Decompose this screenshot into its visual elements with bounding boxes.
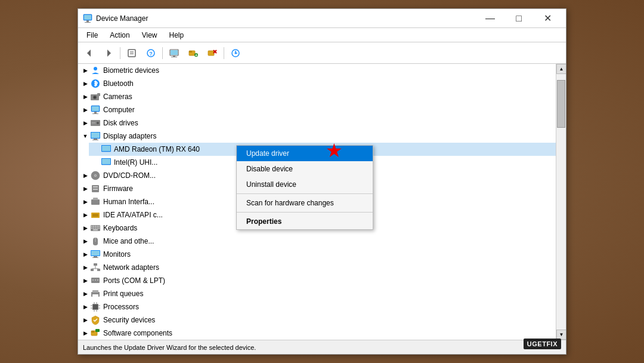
svg-rect-60 xyxy=(98,226,100,227)
svg-rect-65 xyxy=(98,227,100,229)
expand-print[interactable]: ▶ xyxy=(80,289,90,299)
icon-print xyxy=(90,288,101,299)
svg-rect-50 xyxy=(93,189,98,190)
scrollbar[interactable]: ▲ ▼ xyxy=(556,64,566,340)
expand-computer[interactable]: ▶ xyxy=(80,105,90,115)
tree-item-network[interactable]: ▶ Network adapters xyxy=(78,261,556,274)
label-cameras: Cameras xyxy=(103,93,132,101)
svg-rect-44 xyxy=(102,159,110,164)
expand-disk[interactable]: ▶ xyxy=(80,118,90,128)
scroll-thumb[interactable] xyxy=(557,80,565,128)
expand-processors[interactable]: ▶ xyxy=(80,302,90,312)
ctx-disable-device[interactable]: Disable device xyxy=(237,161,373,177)
svg-rect-12 xyxy=(171,50,178,55)
tree-item-mice[interactable]: ▶ Mice and othe... xyxy=(78,235,556,248)
svg-rect-33 xyxy=(92,113,98,114)
ctx-properties[interactable]: Properties xyxy=(237,214,373,229)
maximize-button[interactable]: □ xyxy=(505,9,532,28)
add-driver-button[interactable]: + xyxy=(184,45,202,61)
icon-network xyxy=(90,262,101,273)
toolbar-separator-1 xyxy=(120,47,120,59)
expand-swcomponents[interactable]: ▶ xyxy=(80,328,90,338)
tree-item-processors[interactable]: ▶ Processors xyxy=(78,300,556,313)
icon-bluetooth xyxy=(90,78,101,89)
svg-rect-71 xyxy=(92,257,98,258)
tree-item-bluetooth[interactable]: ▶ Bluetooth xyxy=(78,77,556,90)
svg-text:?: ? xyxy=(149,51,153,57)
tree-item-computer[interactable]: ▶ Computer xyxy=(78,103,556,116)
svg-point-35 xyxy=(97,122,99,124)
help-toolbar-button[interactable]: ? xyxy=(142,45,160,61)
menu-view[interactable]: View xyxy=(136,30,163,41)
svg-rect-54 xyxy=(92,214,98,217)
expand-amd[interactable] xyxy=(91,144,101,154)
tree-item-print[interactable]: ▶ Print queues xyxy=(78,287,556,300)
tree-item-display[interactable]: ▼ Display adapters xyxy=(78,130,556,143)
svg-rect-56 xyxy=(91,226,92,227)
scan-hardware-button[interactable] xyxy=(227,45,244,61)
properties-toolbar-button[interactable] xyxy=(123,45,141,61)
status-bar: Launches the Update Driver Wizard for th… xyxy=(78,340,566,354)
tree-item-disk[interactable]: ▶ Disk drives xyxy=(78,116,556,130)
ctx-separator xyxy=(237,193,373,194)
icon-human xyxy=(90,196,101,207)
toolbar-separator-2 xyxy=(162,47,163,59)
icon-security xyxy=(90,315,101,325)
expand-intel[interactable] xyxy=(91,158,101,167)
expand-display[interactable]: ▼ xyxy=(80,131,90,141)
expand-bluetooth[interactable]: ▶ xyxy=(80,79,90,88)
expand-dvd[interactable]: ▶ xyxy=(80,171,90,180)
forward-button[interactable] xyxy=(100,45,117,61)
svg-marker-5 xyxy=(107,50,111,57)
expand-firmware[interactable]: ▶ xyxy=(80,184,90,193)
expand-keyboards[interactable]: ▶ xyxy=(80,223,90,233)
expand-mice[interactable]: ▶ xyxy=(80,236,90,246)
monitor-toolbar-button[interactable] xyxy=(165,45,183,61)
status-text: Launches the Update Driver Wizard for th… xyxy=(83,344,256,351)
svg-rect-1 xyxy=(86,20,89,22)
ctx-update-driver[interactable]: Update driver xyxy=(237,146,373,161)
expand-monitors[interactable]: ▶ xyxy=(80,250,90,259)
svg-point-81 xyxy=(97,279,98,281)
svg-rect-73 xyxy=(91,269,94,271)
menu-action[interactable]: Action xyxy=(104,30,135,41)
icon-mice xyxy=(90,236,101,247)
expand-cameras[interactable]: ▶ xyxy=(80,92,90,101)
expand-human[interactable]: ▶ xyxy=(80,197,90,207)
menu-file[interactable]: File xyxy=(80,30,104,41)
toolbar: ? + xyxy=(78,42,566,64)
ctx-scan-hardware[interactable]: Scan for hardware changes xyxy=(237,195,373,211)
expand-biometric[interactable]: ▶ xyxy=(80,66,90,75)
svg-rect-31 xyxy=(92,106,99,111)
expand-ports[interactable]: ▶ xyxy=(80,276,90,285)
tree-item-security[interactable]: ▶ Security devices xyxy=(78,313,556,327)
scroll-up-button[interactable]: ▲ xyxy=(556,64,566,74)
back-button[interactable] xyxy=(80,45,98,61)
minimize-button[interactable]: — xyxy=(476,9,504,28)
icon-firmware xyxy=(90,183,101,194)
svg-rect-2 xyxy=(85,22,91,23)
svg-text:+: + xyxy=(195,53,198,58)
tree-item-ports[interactable]: ▶ Ports (COM & LPT) xyxy=(78,274,556,287)
label-mice: Mice and othe... xyxy=(103,237,154,245)
tree-item-cameras[interactable]: ▶ Cameras xyxy=(78,90,556,103)
ctx-uninstall-device[interactable]: Uninstall device xyxy=(237,177,373,192)
uninstall-button[interactable] xyxy=(203,45,221,61)
label-biometric: Biometric devices xyxy=(103,66,159,75)
close-button[interactable]: ✕ xyxy=(534,9,561,28)
expand-network[interactable]: ▶ xyxy=(80,263,90,272)
app-icon xyxy=(83,14,92,23)
menu-help[interactable]: Help xyxy=(163,30,190,41)
tree-item-monitors[interactable]: ▶ Monitors xyxy=(78,248,556,261)
svg-point-47 xyxy=(95,175,96,176)
tree-item-biometric[interactable]: ▶ Biometric devices xyxy=(78,64,556,77)
label-network: Network adapters xyxy=(103,263,159,272)
expand-security[interactable]: ▶ xyxy=(80,315,90,325)
svg-rect-16 xyxy=(189,51,192,53)
expand-ide[interactable]: ▶ xyxy=(80,210,90,220)
icon-ide xyxy=(90,210,101,220)
scroll-track[interactable] xyxy=(556,74,566,330)
context-menu: Update driver Disable device Uninstall d… xyxy=(236,145,373,230)
icon-biometric xyxy=(90,65,101,76)
tree-item-swcomponents[interactable]: ▶ Software components xyxy=(78,327,556,340)
